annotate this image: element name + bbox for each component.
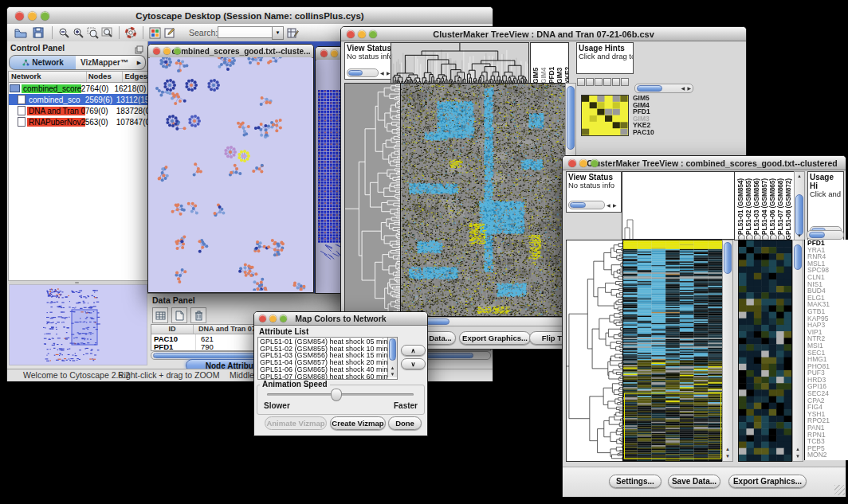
network-table-row[interactable]: combined_scores_2764(0)16218(0) [9, 83, 147, 94]
search-input[interactable] [218, 26, 273, 38]
network-overview-canvas[interactable] [9, 284, 147, 365]
export-graphics-button[interactable]: Export Graphics... [459, 331, 531, 345]
minimize-button[interactable] [28, 11, 37, 20]
zoom-tool-icon[interactable] [577, 78, 585, 86]
minimize-button[interactable] [269, 315, 277, 322]
save-icon[interactable] [31, 25, 45, 40]
zoom-tool-icon[interactable] [595, 78, 603, 86]
tv1-row-dendrogram[interactable] [344, 83, 401, 317]
tv2-row-dendrogram[interactable] [566, 240, 624, 462]
tv1-zoom-toolbar-icons[interactable] [577, 75, 633, 83]
table-mode-icon[interactable] [152, 307, 168, 323]
view-status-scrollbar[interactable] [347, 68, 379, 77]
tv2-labels-vscrollbar[interactable]: ▲▼ [794, 171, 805, 240]
move-down-button[interactable]: ∨ [401, 358, 426, 369]
tv2-gene-list[interactable]: PFD1YRA1RNR4MSL1SPC98CLN1NIS1BUD4ELG1MAK… [804, 240, 848, 460]
col-nodes[interactable]: Nodes [87, 72, 124, 82]
tv2-global-heatmap[interactable] [622, 240, 723, 462]
tv2-titlebar[interactable]: ClusterMaker TreeView : combined_scores_… [563, 156, 846, 170]
zoom-button[interactable] [41, 11, 49, 20]
network-canvas-1[interactable] [150, 57, 312, 291]
search-dropdown-arrow[interactable]: ▼ [272, 26, 284, 40]
network-table-row[interactable]: DNA and Tran 07769(0)183728(0) [9, 105, 147, 116]
tv1-zoom-hscrollbar[interactable]: ◀▶ [634, 84, 693, 93]
tab-network[interactable]: Network [9, 55, 77, 70]
attribute-listbox[interactable]: GPL51-01 (GSM854) heat shock 05 minGPL51… [257, 337, 398, 380]
zoom-button[interactable] [369, 30, 377, 38]
tv2-zoom-vscrollbar[interactable]: ▲▼ [792, 240, 803, 462]
tab-vizmapper[interactable]: VizMapper™ [76, 55, 134, 70]
done-button[interactable]: Done [388, 416, 422, 430]
scroll-right-arrow[interactable]: ▶ [613, 203, 617, 208]
annotation-icon[interactable] [163, 25, 178, 40]
tv1-zoom-row-labels: GIM5GIM4PFD1GIM3YKE2PAC10 [633, 95, 669, 136]
minimize-button[interactable] [579, 159, 587, 167]
zoom-button[interactable] [280, 315, 287, 322]
help-lifesaver-icon[interactable] [124, 25, 138, 40]
zoom-fit-icon[interactable] [100, 25, 114, 40]
zoom-out-icon[interactable] [57, 25, 71, 40]
netview1-titlebar[interactable]: combined_scores_good.txt--cluste... [148, 45, 313, 58]
close-button[interactable] [15, 11, 24, 20]
zoom-column-label[interactable]: GIM5 [532, 68, 540, 84]
delete-attribute-trash-icon[interactable] [190, 307, 206, 323]
network-table-row[interactable]: RNAPuberNov2+563(0)107847(0) [9, 116, 147, 127]
open-file-icon[interactable] [14, 25, 28, 40]
tv2-zoom-heatmap[interactable] [738, 240, 792, 462]
move-up-button[interactable]: ∧ [401, 345, 426, 356]
tab-overflow-arrow[interactable]: ▶ [133, 55, 146, 70]
scroll-right-arrow[interactable]: ▶ [387, 71, 391, 76]
tv1-global-heatmap[interactable] [400, 83, 566, 317]
attribute-list-vscrollbar[interactable]: ▲▼ [387, 338, 397, 377]
attr-col-id[interactable]: ID [151, 325, 194, 334]
scroll-left-arrow[interactable]: ◀ [380, 71, 384, 76]
gene-list-item[interactable]: MON2 [807, 451, 848, 459]
attribute-list-item[interactable]: GPL51-07 (GSM868) heat shock 60 min [258, 373, 387, 380]
close-button[interactable] [320, 50, 328, 57]
close-button[interactable] [259, 315, 266, 322]
zoom-row-label[interactable]: PAC10 [633, 129, 669, 136]
resize-grip[interactable] [834, 485, 845, 495]
minimize-button[interactable] [163, 48, 171, 55]
close-button[interactable] [153, 48, 160, 55]
tv1-titlebar[interactable]: ClusterMaker TreeView : DNA and Tran 07-… [341, 27, 746, 41]
tv2-global-vscrollbar[interactable]: ▲▼ [722, 240, 733, 462]
zoom-column-label[interactable]: GIM3 [556, 68, 563, 84]
create-vizmap-button[interactable]: Create Vizmap [330, 416, 386, 430]
close-button[interactable] [347, 30, 355, 38]
dialog-titlebar[interactable]: Map Colors to Network [254, 312, 427, 326]
zoom-in-icon[interactable] [71, 25, 85, 40]
close-button[interactable] [568, 159, 576, 167]
col-network[interactable]: Network [9, 72, 87, 82]
view-status-scrollbar[interactable] [568, 201, 605, 209]
zoom-tool-icon[interactable] [603, 78, 611, 86]
tv2-zoom-toolbar-icons[interactable] [738, 230, 792, 238]
zoom-tool-icon[interactable] [612, 78, 620, 86]
attribute-batch-icon[interactable] [286, 25, 300, 40]
save-data-button[interactable]: Save Data... [668, 475, 720, 488]
main-titlebar[interactable]: Cytoscape Desktop (Session Name: collins… [7, 7, 493, 25]
tv2-column-dendrogram[interactable] [622, 171, 735, 240]
attribute-list-label: Attribute List [259, 327, 308, 336]
tv2-gene-hscrollbar[interactable] [807, 230, 844, 240]
vizmapper-icon[interactable] [147, 25, 162, 40]
zoom-selected-icon[interactable] [85, 25, 100, 40]
settings-button[interactable]: Settings... [609, 475, 662, 488]
scroll-left-arrow[interactable]: ◀ [607, 203, 610, 208]
network-table-row[interactable]: combined_sco2569(6)13112(15) [9, 94, 147, 105]
tv1-column-dendrogram[interactable] [391, 42, 529, 84]
zoom-tool-icon[interactable] [621, 78, 629, 86]
minimize-button[interactable] [331, 50, 338, 57]
zoom-tool-icon[interactable] [586, 78, 594, 86]
zoom-button[interactable] [591, 159, 599, 167]
zoom-column-label[interactable]: GIM4 [540, 68, 548, 84]
col-edges[interactable]: Edges [123, 72, 147, 82]
minimize-button[interactable] [358, 30, 366, 38]
new-attribute-icon[interactable] [171, 307, 187, 323]
zoom-button[interactable] [174, 48, 181, 55]
export-graphics-button[interactable]: Export Graphics... [728, 475, 807, 488]
tv1-zoom-heatmap[interactable] [581, 95, 629, 136]
animation-slider-thumb[interactable] [331, 389, 342, 401]
zoom-column-label[interactable]: PFD1 [548, 67, 556, 84]
zoom-column-label[interactable]: YKE2 [563, 67, 569, 84]
